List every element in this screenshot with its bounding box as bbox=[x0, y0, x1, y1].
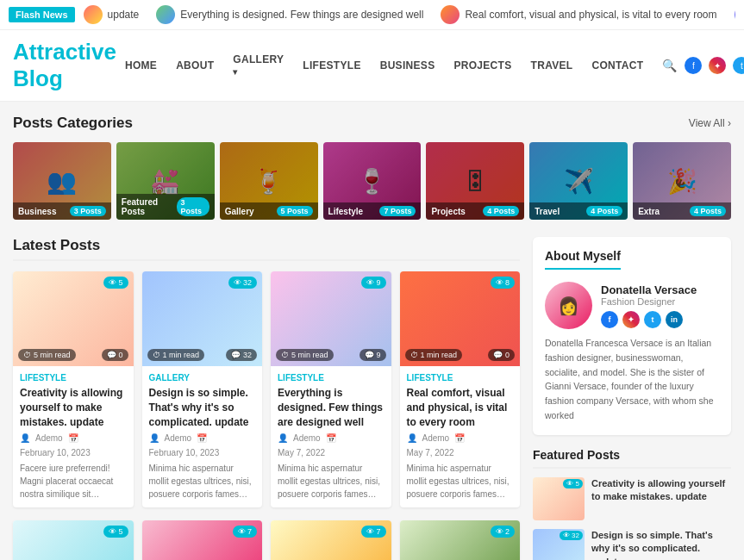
cat-lifestyle-label: Lifestyle 7 Posts bbox=[323, 202, 422, 220]
category-travel[interactable]: ✈️ Travel 4 Posts bbox=[529, 142, 628, 220]
post-card-2[interactable]: 👁 32 ⏱ 1 min read 💬 32 GALLERY Design is… bbox=[142, 271, 263, 507]
flash-thumb bbox=[441, 5, 460, 24]
post-excerpt-1: Facere iure preferrendi! Magni placerat … bbox=[20, 462, 127, 501]
post-card-4[interactable]: 👁 8 ⏱ 1 min read 💬 0 LIFESTYLE Real comf… bbox=[400, 271, 521, 507]
nav-projects[interactable]: PROJECTS bbox=[445, 55, 520, 76]
post-thumb-8: 👁 2 ⏱ 1 min read 💬 2 bbox=[400, 520, 521, 560]
facebook-icon[interactable]: f bbox=[685, 57, 702, 74]
twitter-icon[interactable]: t bbox=[733, 57, 744, 74]
post-date-icon-2: 📅 bbox=[197, 433, 207, 443]
post-card-1[interactable]: 👁 5 ⏱ 5 min read 💬 0 LIFESTYLE Creativit… bbox=[13, 271, 134, 507]
category-lifestyle[interactable]: 🍷 Lifestyle 7 Posts bbox=[323, 142, 422, 220]
post-category-4: LIFESTYLE bbox=[407, 373, 514, 383]
post-excerpt-2: Minima hic aspernatur mollit egestas ult… bbox=[149, 462, 256, 501]
nav-icons: 🔍 f ✦ t ▶ bbox=[660, 57, 744, 74]
post-title-1[interactable]: Creativity is allowing yourself to make … bbox=[20, 386, 127, 429]
about-title: About Myself bbox=[545, 249, 621, 270]
about-twitter-btn[interactable]: t bbox=[644, 311, 661, 328]
post-title-4[interactable]: Real comfort, visual and physical, is vi… bbox=[407, 386, 514, 429]
post-meta-2: 👤 Ademo 📅 February 10, 2023 bbox=[149, 433, 256, 457]
post-views-7: 👁 7 bbox=[361, 526, 385, 538]
post-card-3[interactable]: 👁 9 ⏱ 5 min read 💬 9 LIFESTYLE Everythin… bbox=[271, 271, 391, 507]
nav-lifestyle[interactable]: LIFESTYLE bbox=[294, 55, 369, 76]
nav-contact[interactable]: CONTACT bbox=[583, 55, 652, 76]
flash-thumb bbox=[84, 5, 103, 24]
logo[interactable]: Attractive Blog bbox=[13, 39, 116, 92]
flash-item: Everything is designed. Few things are d… bbox=[156, 5, 423, 24]
feat-eye-1: 👁 5 bbox=[563, 479, 583, 488]
featured-item-2[interactable]: 👁 32 Design is so simple. That's why it'… bbox=[533, 529, 731, 560]
post-category-3: LIFESTYLE bbox=[278, 373, 385, 383]
about-name: Donatella Versace bbox=[601, 283, 697, 296]
posts-grid-row1: 👁 5 ⏱ 5 min read 💬 0 LIFESTYLE Creativit… bbox=[13, 271, 520, 507]
post-views-8: 👁 2 bbox=[491, 526, 515, 538]
header: Attractive Blog HOME ABOUT GALLERY LIFES… bbox=[0, 30, 744, 102]
view-all-link[interactable]: View All bbox=[689, 117, 731, 129]
cat-projects-label: Projects 4 Posts bbox=[426, 202, 524, 220]
post-thumb-2: 👁 32 ⏱ 1 min read 💬 32 bbox=[142, 271, 263, 366]
post-card-6[interactable]: 👁 7 ⏱ 1 min read 💬 7 LIFESTYLE Remember … bbox=[142, 520, 263, 560]
flash-items: update Everything is designed. Few thing… bbox=[84, 5, 735, 24]
about-card: About Myself 👩 Donatella Versace Fashion… bbox=[533, 237, 731, 435]
about-facebook-btn[interactable]: f bbox=[601, 311, 618, 328]
category-business[interactable]: 👥 Business 3 Posts bbox=[13, 142, 111, 220]
featured-item-1[interactable]: 👁 5 Creativity is allowing yourself to m… bbox=[533, 477, 731, 520]
post-author-icon-1: 👤 bbox=[20, 433, 30, 443]
about-linkedin-btn[interactable]: in bbox=[666, 311, 683, 328]
post-category-1: LIFESTYLE bbox=[20, 373, 127, 383]
flash-text: update bbox=[108, 9, 140, 21]
post-author-icon-3: 👤 bbox=[278, 433, 288, 443]
about-instagram-btn[interactable]: ✦ bbox=[622, 311, 640, 328]
category-gallery[interactable]: 🍹 Gallery 5 Posts bbox=[220, 142, 318, 220]
post-time-1: ⏱ 5 min read bbox=[18, 349, 76, 361]
post-excerpt-3: Minima hic aspernatur mollit egestas ult… bbox=[278, 462, 385, 501]
post-category-2: GALLERY bbox=[149, 373, 256, 383]
search-icon[interactable]: 🔍 bbox=[660, 57, 678, 74]
post-thumb-5: 👁 5 ⏱ 5 min read 💬 5 bbox=[13, 520, 134, 560]
post-time-4: ⏱ 1 min read bbox=[405, 349, 463, 361]
post-comments-3: 💬 9 bbox=[359, 349, 386, 361]
category-extra[interactable]: 🎉 Extra 4 Posts bbox=[633, 142, 731, 220]
post-body-1: LIFESTYLE Creativity is allowing yoursel… bbox=[13, 366, 134, 507]
post-thumb-3: 👁 9 ⏱ 5 min read 💬 9 bbox=[271, 271, 391, 366]
post-body-3: LIFESTYLE Everything is designed. Few th… bbox=[271, 366, 391, 507]
category-projects[interactable]: 🎛 Projects 4 Posts bbox=[426, 142, 524, 220]
flash-text: Everything is designed. Few things are d… bbox=[180, 9, 423, 21]
post-time-2: ⏱ 1 min read bbox=[147, 349, 205, 361]
post-comments-1: 💬 0 bbox=[102, 349, 128, 361]
instagram-icon[interactable]: ✦ bbox=[709, 57, 726, 74]
flash-item: Real comfort, visual and physical, is vi… bbox=[441, 5, 716, 24]
post-card-5[interactable]: 👁 5 ⏱ 5 min read 💬 5 TRAVEL It's not wha… bbox=[13, 520, 134, 560]
post-thumb-7: 👁 7 ⏱ 1 min read 💬 7 bbox=[271, 520, 391, 560]
main-column: Latest Posts 👁 5 ⏱ 5 min read 💬 0 LIFEST… bbox=[13, 237, 520, 560]
post-card-7[interactable]: 👁 7 ⏱ 1 min read 💬 7 PROJECTS I love pla… bbox=[271, 520, 391, 560]
cat-extra-label: Extra 4 Posts bbox=[633, 202, 731, 220]
category-featured[interactable]: 💒 Featured Posts 3 Posts bbox=[116, 142, 215, 220]
post-time-3: ⏱ 5 min read bbox=[276, 349, 334, 361]
post-views-4: 👁 8 bbox=[491, 277, 515, 289]
nav-business[interactable]: BUSINESS bbox=[372, 55, 444, 76]
about-avatar: 👩 bbox=[545, 282, 592, 329]
nav-travel[interactable]: TRAVEL bbox=[522, 55, 582, 76]
about-role: Fashion Designer bbox=[601, 296, 697, 307]
flash-label: Flash News bbox=[9, 7, 75, 22]
nav-gallery[interactable]: GALLERY bbox=[224, 49, 292, 82]
post-title-2[interactable]: Design is so simple. That's why it's so … bbox=[149, 386, 256, 429]
post-meta-4: 👤 Ademo 📅 May 7, 2022 bbox=[407, 433, 514, 457]
flash-item: update bbox=[84, 5, 140, 24]
about-socials: f ✦ t in bbox=[601, 311, 697, 328]
post-title-3[interactable]: Everything is designed. Few things are d… bbox=[278, 386, 385, 429]
post-date-icon-1: 📅 bbox=[68, 433, 78, 443]
featured-posts-title: Featured Posts bbox=[533, 448, 731, 469]
nav-home[interactable]: HOME bbox=[116, 55, 166, 76]
about-info: Donatella Versace Fashion Designer f ✦ t… bbox=[601, 283, 697, 328]
flash-thumb bbox=[156, 5, 175, 24]
cat-travel-label: Travel 4 Posts bbox=[529, 202, 628, 220]
feat-thumb-2: 👁 32 bbox=[533, 529, 585, 560]
post-date-icon-3: 📅 bbox=[326, 433, 336, 443]
post-meta-3: 👤 Ademo 📅 May 7, 2022 bbox=[278, 433, 385, 457]
nav-about[interactable]: ABOUT bbox=[167, 55, 222, 76]
post-card-8[interactable]: 👁 2 ⏱ 1 min read 💬 2 TRAVEL Some beautif… bbox=[400, 520, 521, 560]
flash-thumb bbox=[735, 5, 735, 24]
flash-bar: Flash News update Everything is designed… bbox=[0, 0, 744, 30]
